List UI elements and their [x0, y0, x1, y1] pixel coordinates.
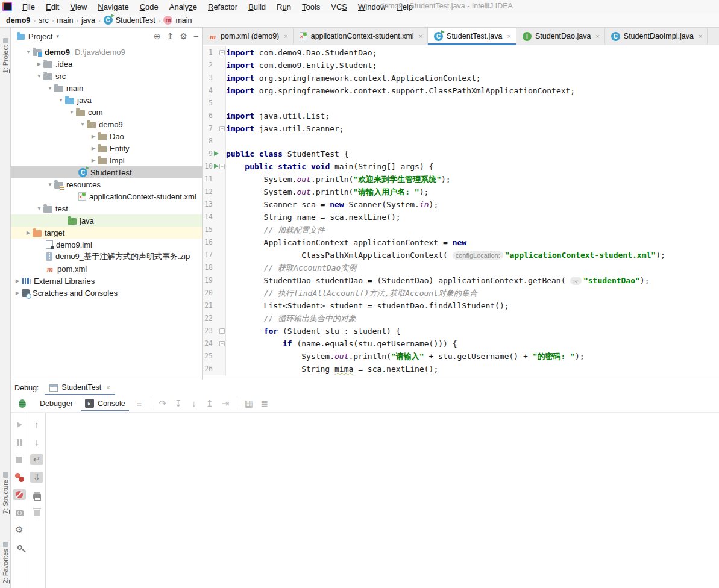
- pause-icon[interactable]: [13, 437, 26, 448]
- tree-expand-arrow-icon[interactable]: ▶: [89, 133, 98, 139]
- tree-collapse-arrow-icon[interactable]: ▼: [57, 97, 65, 103]
- tree-row[interactable]: demo9_基于注解方式的声明式事务.zip: [11, 251, 202, 263]
- fold-marker-icon[interactable]: −: [219, 50, 225, 55]
- tree-row[interactable]: ▶.idea: [11, 58, 202, 70]
- evaluate-icon[interactable]: ▦: [242, 399, 256, 408]
- tree-collapse-arrow-icon[interactable]: ▼: [78, 121, 87, 127]
- close-icon[interactable]: ×: [419, 33, 422, 40]
- tree-row[interactable]: ▶Impl: [11, 154, 202, 166]
- breadcrumb-item-main[interactable]: main: [55, 16, 74, 25]
- menu-item-navigate[interactable]: Navigate: [92, 1, 134, 13]
- tree-collapse-arrow-icon[interactable]: ▼: [46, 85, 54, 91]
- tree-expand-arrow-icon[interactable]: ▶: [13, 290, 22, 296]
- tree-row[interactable]: java: [11, 214, 202, 227]
- tree-row[interactable]: ▼java: [11, 94, 202, 106]
- print-icon[interactable]: [30, 489, 43, 500]
- resume-icon[interactable]: [13, 419, 26, 430]
- fold-marker-icon[interactable]: −: [219, 328, 225, 334]
- stack-down-icon[interactable]: ↓: [30, 437, 43, 448]
- more-icon[interactable]: ≡: [133, 399, 146, 408]
- menu-item-analyze[interactable]: Analyze: [164, 1, 203, 13]
- tree-collapse-arrow-icon[interactable]: ▼: [68, 109, 76, 115]
- stop-icon[interactable]: [13, 454, 26, 465]
- tree-row[interactable]: ▼main: [11, 82, 202, 94]
- menu-item-tools[interactable]: Tools: [297, 1, 325, 13]
- tree-expand-arrow-icon[interactable]: ▶: [13, 278, 22, 284]
- tree-row[interactable]: ▶External Libraries: [11, 275, 202, 287]
- editor-tab-studentdaoimpl-java[interactable]: StudentDaoImpl.java×: [605, 28, 708, 45]
- menu-item-run[interactable]: Run: [271, 1, 297, 13]
- editor-tab-applicationcontext-student-xml[interactable]: applicationContext-student.xml×: [294, 28, 428, 45]
- editor-tab-pom-xml-demo9-[interactable]: pom.xml (demo9)×: [203, 28, 294, 45]
- editor-tab-studentdao-java[interactable]: StudentDao.java×: [516, 28, 605, 45]
- tree-row[interactable]: applicationContext-student.xml: [11, 190, 202, 202]
- step-out-icon[interactable]: ↥: [203, 399, 216, 408]
- menu-item-build[interactable]: Build: [243, 1, 271, 13]
- close-icon[interactable]: ×: [284, 33, 287, 40]
- project-panel-title[interactable]: Project ▾: [17, 32, 59, 41]
- close-icon[interactable]: ×: [507, 33, 510, 40]
- tree-row[interactable]: ▼src: [11, 70, 202, 82]
- hide-icon[interactable]: −: [193, 32, 198, 40]
- step-into-icon[interactable]: ↧: [172, 399, 185, 408]
- run-line-icon[interactable]: [214, 151, 219, 156]
- soft-wrap-icon[interactable]: ↵: [30, 454, 43, 465]
- tree-row[interactable]: ▶Dao: [11, 130, 202, 142]
- stripe-structure[interactable]: 7: Structure: [0, 471, 11, 514]
- tree-expand-arrow-icon[interactable]: ▶: [35, 61, 43, 67]
- menu-item-view[interactable]: View: [64, 1, 92, 13]
- thread-dump-icon[interactable]: [13, 507, 26, 518]
- fold-marker-icon[interactable]: −: [219, 126, 225, 131]
- run-line-icon[interactable]: [214, 164, 219, 169]
- step-over-icon[interactable]: ↷: [156, 399, 169, 408]
- clear-icon[interactable]: [30, 507, 43, 518]
- locate-icon[interactable]: ⊕: [154, 32, 161, 40]
- breadcrumb-item-java[interactable]: java: [80, 16, 96, 25]
- tree-collapse-arrow-icon[interactable]: ▼: [35, 205, 43, 211]
- tree-collapse-arrow-icon[interactable]: ▼: [35, 73, 43, 79]
- settings-icon[interactable]: ⚙: [180, 32, 187, 40]
- tree-row[interactable]: ▼test: [11, 202, 202, 214]
- stripe-project[interactable]: 1: Project: [0, 36, 11, 73]
- close-icon[interactable]: ×: [595, 33, 599, 40]
- debug-tab-debugger[interactable]: Debugger: [34, 396, 79, 411]
- breadcrumb-item-main[interactable]: main: [162, 16, 193, 25]
- tree-row[interactable]: StudentTest: [11, 166, 202, 178]
- breadcrumb-item-demo9[interactable]: demo9: [5, 16, 31, 25]
- tree-row[interactable]: pom.xml: [11, 263, 202, 275]
- settings-icon[interactable]: ⚙: [13, 524, 26, 535]
- tree-row[interactable]: ▼com: [11, 106, 202, 118]
- layout-icon[interactable]: ≣: [258, 399, 271, 408]
- close-icon[interactable]: ×: [699, 33, 702, 40]
- run-to-cursor-icon[interactable]: ⇥: [219, 399, 232, 408]
- menu-item-refactor[interactable]: Refactor: [203, 1, 243, 13]
- collapse-all-icon[interactable]: ↥: [167, 32, 174, 40]
- tree-expand-arrow-icon[interactable]: ▶: [24, 230, 33, 236]
- debug-session-tab[interactable]: StudentTest ×: [45, 381, 115, 395]
- tree-row[interactable]: ▼resources: [11, 178, 202, 190]
- fold-marker-icon[interactable]: −: [219, 164, 225, 169]
- editor-tab-studenttest-java[interactable]: StudentTest.java×: [428, 28, 516, 45]
- tree-collapse-arrow-icon[interactable]: ▼: [46, 181, 54, 187]
- tree-row[interactable]: ▶Entity: [11, 142, 202, 154]
- stack-up-icon[interactable]: ↑: [30, 419, 43, 430]
- tree-row[interactable]: demo9.iml: [11, 239, 202, 251]
- mute-breakpoints-icon[interactable]: [13, 489, 26, 500]
- breadcrumb-item-src[interactable]: src: [37, 16, 50, 25]
- tree-row[interactable]: ▼demo9D:\java\demo9: [11, 46, 202, 58]
- tree-expand-arrow-icon[interactable]: ▶: [89, 157, 98, 163]
- scroll-to-end-icon[interactable]: ⇩: [30, 472, 43, 483]
- tree-row[interactable]: ▼demo9: [11, 118, 202, 130]
- tree-row[interactable]: ▶target: [11, 227, 202, 239]
- debug-tab-console[interactable]: Console: [79, 396, 131, 411]
- tree-expand-arrow-icon[interactable]: ▶: [89, 145, 98, 151]
- menu-item-code[interactable]: Code: [134, 1, 164, 13]
- force-step-into-icon[interactable]: ↓: [187, 399, 201, 408]
- breadcrumb-item-studenttest[interactable]: StudentTest: [102, 16, 157, 25]
- menu-item-file[interactable]: File: [17, 1, 40, 13]
- tree-row[interactable]: ▶Scratches and Consoles: [11, 287, 202, 299]
- menu-item-edit[interactable]: Edit: [40, 1, 64, 13]
- pin-icon[interactable]: [13, 542, 26, 552]
- close-icon[interactable]: ×: [106, 384, 110, 391]
- tree-collapse-arrow-icon[interactable]: ▼: [24, 49, 33, 55]
